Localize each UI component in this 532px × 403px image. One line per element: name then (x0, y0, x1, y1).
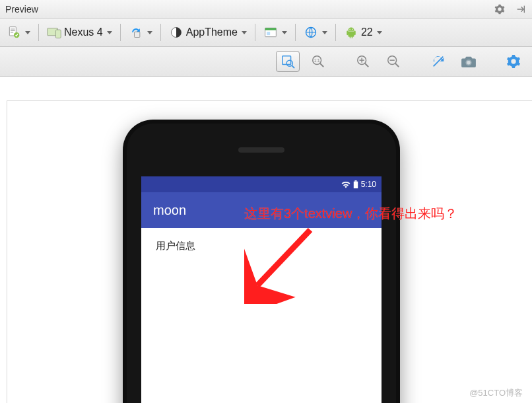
svg-rect-0 (524, 5, 525, 13)
svg-rect-7 (134, 32, 139, 37)
svg-line-26 (395, 63, 399, 67)
svg-point-16 (286, 60, 292, 66)
theme-dropdown[interactable]: AppTheme (166, 24, 249, 41)
chevron-down-icon (147, 31, 152, 34)
chevron-down-icon (242, 31, 247, 34)
status-time: 5:10 (361, 180, 376, 189)
configuration-dropdown[interactable] (4, 24, 33, 41)
watermark: @51CTO博客 (469, 387, 523, 399)
collapse-icon[interactable] (515, 3, 527, 15)
api-level-dropdown[interactable]: 22 (341, 24, 385, 41)
api-label: 22 (361, 26, 373, 38)
zoom-in-button[interactable] (351, 51, 375, 72)
globe-icon (304, 25, 318, 40)
svg-line-19 (320, 63, 324, 67)
theme-label: AppTheme (186, 26, 238, 38)
device-label: Nexus 4 (64, 26, 103, 38)
layout-file-icon (7, 25, 21, 40)
screenshot-button[interactable] (457, 51, 481, 72)
preview-panel-title: Preview (5, 4, 488, 15)
locale-dropdown[interactable] (301, 24, 330, 41)
device-dropdown[interactable]: Nexus 4 (44, 24, 115, 41)
preview-panel-header: Preview (0, 0, 532, 18)
status-bar: 5:10 (141, 176, 382, 192)
orientation-dropdown[interactable] (126, 24, 155, 41)
zoom-fit-button[interactable] (276, 51, 300, 72)
chevron-down-icon (282, 31, 287, 34)
refresh-button[interactable] (426, 51, 450, 72)
svg-point-14 (352, 28, 353, 30)
svg-rect-6 (55, 30, 61, 38)
svg-point-30 (467, 61, 470, 64)
annotation-arrow (244, 225, 323, 304)
rotate-icon (129, 25, 143, 40)
chevron-down-icon (322, 31, 327, 34)
zoom-actual-button[interactable]: 1:1 (306, 51, 330, 72)
svg-rect-31 (353, 181, 357, 188)
gear-icon[interactable] (494, 3, 506, 15)
svg-text:1:1: 1:1 (314, 58, 320, 63)
svg-line-17 (292, 65, 294, 68)
layout-toolbar: Nexus 4 AppTheme 22 (0, 18, 532, 47)
svg-line-22 (365, 63, 369, 67)
zoom-out-button[interactable] (382, 51, 405, 72)
chevron-down-icon (25, 31, 30, 34)
settings-gear-button[interactable] (502, 51, 525, 72)
chevron-down-icon (377, 31, 382, 34)
svg-point-13 (349, 28, 350, 30)
activity-icon (263, 25, 278, 40)
svg-rect-32 (354, 180, 356, 182)
zoom-toolbar: 1:1 (0, 47, 532, 77)
android-icon (344, 25, 358, 40)
svg-line-33 (257, 230, 310, 285)
activity-dropdown[interactable] (261, 24, 290, 41)
device-icon (47, 25, 61, 40)
wifi-icon (341, 180, 350, 188)
battery-icon (353, 180, 358, 189)
svg-rect-10 (265, 28, 277, 30)
svg-rect-11 (267, 32, 270, 35)
app-title: moon (153, 203, 186, 218)
theme-icon (169, 25, 183, 40)
chevron-down-icon (107, 31, 112, 34)
speaker-slot (238, 147, 284, 153)
annotation-text: 这里有3个textview，你看得出来吗？ (244, 205, 457, 223)
